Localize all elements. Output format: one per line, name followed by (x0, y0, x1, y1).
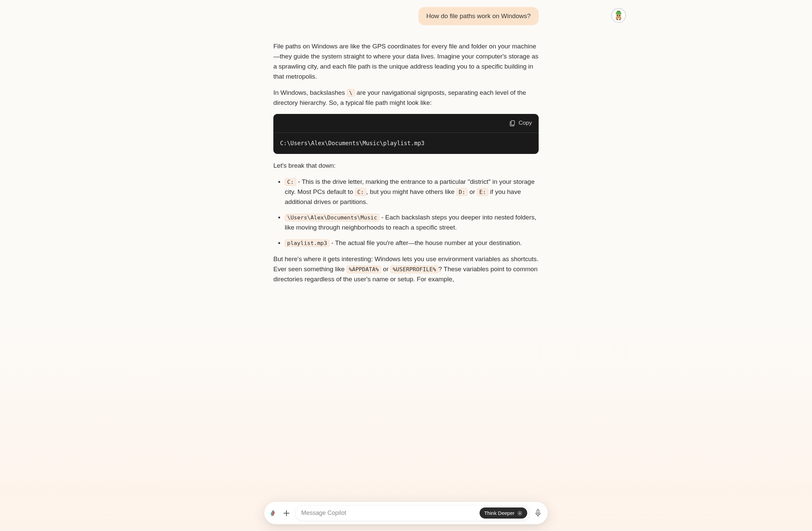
inline-code-c: C: (355, 188, 366, 196)
gear-icon (517, 511, 523, 516)
input-bar: Think Deeper (264, 502, 548, 524)
user-message-row: How do file paths work on Windows? (273, 7, 539, 25)
svg-rect-5 (619, 15, 620, 16)
assistant-message: File paths on Windows are like the GPS c… (273, 41, 539, 284)
inline-code-userprofile: %USERPROFILE% (390, 266, 438, 273)
chat-container: How do file paths work on Windows? File … (273, 0, 539, 331)
copy-icon[interactable] (510, 120, 515, 126)
code-block: Copy C:\Users\Alex\Documents\Music\playl… (273, 114, 539, 154)
list-item: playlist.mp3 - The actual file you're af… (273, 238, 539, 248)
user-message-bubble: How do file paths work on Windows? (418, 7, 539, 25)
svg-rect-2 (616, 12, 621, 14)
fade-overlay (0, 477, 812, 498)
input-field-wrapper: Think Deeper (295, 505, 530, 521)
svg-rect-9 (617, 19, 618, 20)
code-block-header: Copy (273, 114, 539, 133)
inline-code-e: E: (477, 188, 488, 196)
list-item: C: - This is the drive letter, marking t… (273, 177, 539, 207)
code-block-content: C:\Users\Alex\Documents\Music\playlist.m… (273, 133, 539, 154)
assistant-paragraph-4: But here's where it gets interesting: Wi… (273, 254, 539, 284)
think-deeper-button[interactable]: Think Deeper (480, 507, 527, 519)
user-message-text: How do file paths work on Windows? (426, 12, 531, 19)
inline-code-file: playlist.mp3 (285, 239, 330, 247)
microphone-icon[interactable] (534, 509, 542, 518)
svg-rect-15 (537, 509, 539, 514)
assistant-paragraph-2: In Windows, backslashes \ are your navig… (273, 88, 539, 108)
inline-code-backslash: \ (347, 89, 355, 97)
breakdown-list: C: - This is the drive letter, marking t… (273, 177, 539, 248)
copilot-logo-icon[interactable] (269, 509, 278, 518)
copy-button-label[interactable]: Copy (519, 118, 532, 128)
svg-point-14 (519, 513, 521, 514)
svg-rect-10 (619, 19, 621, 20)
user-avatar[interactable] (611, 8, 626, 23)
inline-code-drive: C: (285, 178, 296, 186)
list-item: \Users\Alex\Documents\Music - Each backs… (273, 212, 539, 233)
inline-code-appdata: %APPDATA% (347, 266, 381, 273)
svg-rect-8 (617, 17, 620, 18)
inline-code-path: \Users\Alex\Documents\Music (285, 214, 379, 222)
message-input[interactable] (301, 509, 476, 517)
avatar-sprite-icon (613, 10, 624, 21)
plus-icon[interactable] (282, 509, 290, 517)
inline-code-d: D: (456, 188, 468, 196)
assistant-paragraph-1: File paths on Windows are like the GPS c… (273, 41, 539, 82)
svg-rect-11 (511, 121, 514, 125)
think-deeper-label: Think Deeper (484, 510, 514, 516)
svg-rect-4 (617, 15, 618, 16)
assistant-paragraph-3: Let's break that down: (273, 160, 539, 171)
